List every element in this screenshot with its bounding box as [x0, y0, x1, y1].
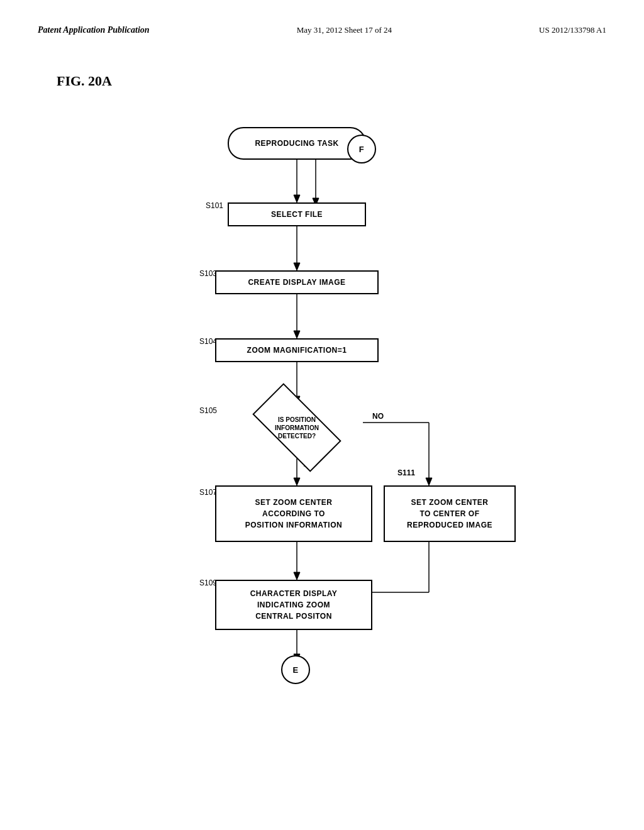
node-select-file: SELECT FILE: [228, 202, 366, 226]
svg-marker-1: [294, 195, 300, 202]
node-reproducing-task: REPRODUCING TASK: [228, 127, 366, 160]
svg-text:NO: NO: [372, 412, 384, 421]
node-e: E: [281, 655, 310, 684]
svg-marker-20: [294, 572, 300, 580]
step-s105: S105: [199, 406, 217, 415]
svg-marker-16: [426, 478, 432, 485]
node-set-zoom-center-pos: SET ZOOM CENTER ACCORDING TO POSITION IN…: [215, 485, 372, 542]
svg-marker-6: [294, 263, 300, 270]
node-char-display: CHARACTER DISPLAY INDICATING ZOOM CENTRA…: [215, 580, 372, 630]
page: Patent Application Publication May 31, 2…: [0, 0, 644, 830]
svg-marker-12: [294, 478, 300, 485]
header-date-sheet: May 31, 2012 Sheet 17 of 24: [297, 25, 392, 35]
header-publication-type: Patent Application Publication: [38, 25, 150, 35]
step-s109: S109: [199, 578, 217, 587]
svg-marker-8: [294, 331, 300, 338]
node-zoom-mag: ZOOM MAGNIFICATION=1: [215, 338, 379, 362]
header-patent-number: US 2012/133798 A1: [539, 25, 606, 35]
node-f: F: [347, 135, 376, 163]
figure-label: FIG. 20A: [57, 73, 606, 89]
node-set-zoom-center-img: SET ZOOM CENTER TO CENTER OF REPRODUCED …: [384, 485, 516, 542]
step-s104: S104: [199, 337, 217, 346]
node-create-display: CREATE DISPLAY IMAGE: [215, 270, 379, 294]
step-s107: S107: [199, 488, 217, 497]
step-s103: S103: [199, 269, 217, 278]
node-diamond-label: IS POSITIONINFORMATIONDETECTED?: [237, 402, 357, 453]
flowchart: YES NO S111 REPRODUCING TASK: [102, 114, 542, 680]
page-header: Patent Application Publication May 31, 2…: [38, 25, 606, 35]
svg-text:S111: S111: [397, 468, 415, 477]
step-s101: S101: [206, 201, 223, 210]
